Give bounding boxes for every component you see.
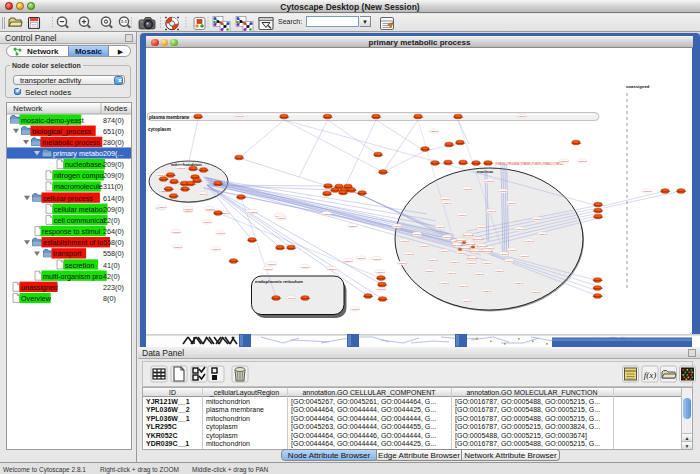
svg-text:YGR060: YGR060 — [485, 180, 495, 182]
svg-text:YGR060W: YGR060W — [592, 287, 603, 289]
svg-text:YGR060: YGR060 — [459, 285, 469, 287]
svg-text:YGR060W: YGR060W — [247, 239, 258, 241]
svg-text:biological_process: biological_process — [32, 127, 92, 136]
svg-text:YGR060: YGR060 — [413, 233, 423, 235]
svg-text:YGR060: YGR060 — [327, 268, 337, 270]
svg-text:874(0): 874(0) — [103, 116, 124, 125]
svg-text:YGR060: YGR060 — [198, 193, 208, 195]
svg-text:YGR060: YGR060 — [156, 174, 166, 176]
svg-text:YGR060: YGR060 — [216, 232, 226, 234]
svg-text:(YGR060 (YPL036W (YDR039 (YLR2: (YGR060 (YPL036W (YDR039 (YLR295 (YKR052… — [495, 162, 564, 166]
svg-text:YGR060W: YGR060W — [363, 295, 374, 297]
svg-text:558(0): 558(0) — [103, 238, 124, 247]
svg-text:YGR060: YGR060 — [518, 115, 528, 117]
svg-text:YGR060W: YGR060W — [473, 238, 485, 240]
svg-text:YGR060W: YGR060W — [592, 295, 603, 297]
svg-text:YGR060: YGR060 — [463, 188, 473, 190]
svg-text:YGR060W: YGR060W — [458, 162, 469, 164]
svg-text:YGR060: YGR060 — [393, 225, 403, 227]
svg-text:YGR060: YGR060 — [277, 217, 287, 219]
svg-text:YGR060W: YGR060W — [593, 216, 604, 218]
svg-text:Overview: Overview — [21, 294, 52, 303]
svg-text:cellular process: cellular process — [43, 194, 93, 203]
svg-text:f(x): f(x) — [644, 370, 657, 380]
svg-text:YGR060: YGR060 — [457, 252, 467, 254]
svg-text:YGR060W: YGR060W — [322, 193, 333, 195]
svg-text:YGR060W: YGR060W — [456, 239, 468, 241]
svg-text:YGR060: YGR060 — [420, 245, 430, 247]
svg-text:YGR060W: YGR060W — [286, 247, 297, 249]
svg-text:YGR060: YGR060 — [398, 262, 408, 264]
svg-text:YGR060: YGR060 — [447, 272, 457, 274]
svg-text:secretion: secretion — [65, 261, 94, 270]
svg-text:22(0): 22(0) — [103, 216, 120, 225]
svg-text:YGR060W: YGR060W — [377, 298, 388, 300]
svg-text:558(0): 558(0) — [103, 249, 124, 258]
svg-text:YGR060: YGR060 — [450, 261, 460, 263]
svg-text:YGR060: YGR060 — [507, 202, 517, 204]
svg-text:YGR060W: YGR060W — [279, 116, 290, 118]
svg-text:YGR060W: YGR060W — [463, 234, 475, 236]
svg-text:YGR060: YGR060 — [467, 262, 477, 264]
svg-text:YGR060W: YGR060W — [300, 297, 311, 299]
svg-text:YGR060: YGR060 — [525, 240, 535, 242]
svg-text:YGR060W: YGR060W — [185, 183, 196, 185]
svg-text:YGR060: YGR060 — [158, 206, 168, 208]
svg-text:YGR060W: YGR060W — [198, 169, 209, 171]
svg-text:280(0): 280(0) — [103, 138, 124, 147]
svg-text:YGR060W: YGR060W — [165, 174, 176, 176]
svg-text:YGR060: YGR060 — [483, 262, 493, 264]
svg-text:YGR060: YGR060 — [475, 273, 485, 275]
svg-text:209(0): 209(0) — [103, 171, 124, 180]
svg-text:209(...: 209(... — [103, 149, 123, 158]
svg-text:YGR060: YGR060 — [442, 202, 452, 204]
svg-text:YGR060: YGR060 — [184, 208, 194, 210]
svg-text:YGR060: YGR060 — [376, 288, 386, 290]
svg-text:YGR060W: YGR060W — [430, 162, 441, 164]
svg-text:YGR060: YGR060 — [531, 291, 541, 293]
svg-text:YGR060: YGR060 — [173, 246, 183, 248]
svg-text:metabolic process: metabolic process — [42, 138, 100, 147]
svg-text:YGR060W: YGR060W — [192, 180, 203, 182]
svg-text:YGR060: YGR060 — [578, 160, 588, 162]
svg-text:YGR060: YGR060 — [286, 297, 296, 299]
svg-text:YGR060W: YGR060W — [373, 154, 384, 156]
svg-text:YGR060: YGR060 — [176, 167, 186, 169]
svg-text:YGR060W: YGR060W — [443, 162, 454, 164]
svg-text:YGR060W: YGR060W — [180, 188, 191, 190]
svg-text:YGR060: YGR060 — [249, 211, 259, 213]
svg-text:YGR060: YGR060 — [515, 228, 525, 230]
svg-text:YGR060W: YGR060W — [482, 250, 494, 252]
svg-text:YGR060W: YGR060W — [371, 116, 382, 118]
svg-text:YGR060W: YGR060W — [477, 245, 489, 247]
svg-text:YGR060: YGR060 — [499, 190, 509, 192]
svg-text:Nodes: Nodes — [104, 104, 127, 113]
svg-text:YGR060W: YGR060W — [471, 162, 482, 164]
svg-text:42(0): 42(0) — [103, 272, 120, 281]
svg-text:YGR060: YGR060 — [643, 190, 653, 192]
svg-text:nitrogen compo: nitrogen compo — [54, 171, 104, 180]
svg-text:establishment of lo: establishment of lo — [43, 238, 103, 247]
svg-text:YGR060: YGR060 — [500, 253, 510, 255]
svg-text:YGR060: YGR060 — [533, 218, 543, 220]
svg-text:YGR060: YGR060 — [405, 253, 415, 255]
svg-text:YGR060: YGR060 — [267, 263, 277, 265]
svg-text:YGR060W: YGR060W — [357, 192, 368, 194]
svg-text:unassigned: unassigned — [21, 283, 58, 292]
svg-text:651(0): 651(0) — [103, 127, 124, 136]
svg-text:YGR060: YGR060 — [429, 259, 439, 261]
svg-text:264(0): 264(0) — [103, 227, 124, 236]
svg-text:YGR060W: YGR060W — [571, 142, 582, 144]
svg-text:YGR060W: YGR060W — [660, 190, 671, 192]
svg-text:YGR060: YGR060 — [372, 258, 382, 260]
svg-text:YGR060: YGR060 — [458, 214, 468, 216]
svg-text:YGR060W: YGR060W — [376, 277, 387, 279]
svg-text:YGR060: YGR060 — [235, 115, 245, 117]
svg-text:YGR060: YGR060 — [462, 300, 472, 302]
svg-text:YGR060: YGR060 — [264, 268, 274, 270]
svg-text:YGR060W: YGR060W — [593, 210, 604, 212]
svg-text:YGR060W: YGR060W — [163, 188, 174, 190]
svg-text:YGR060W: YGR060W — [444, 144, 455, 146]
svg-text:nucleobase-: nucleobase- — [65, 160, 105, 169]
svg-text:YGR060W: YGR060W — [343, 186, 354, 188]
